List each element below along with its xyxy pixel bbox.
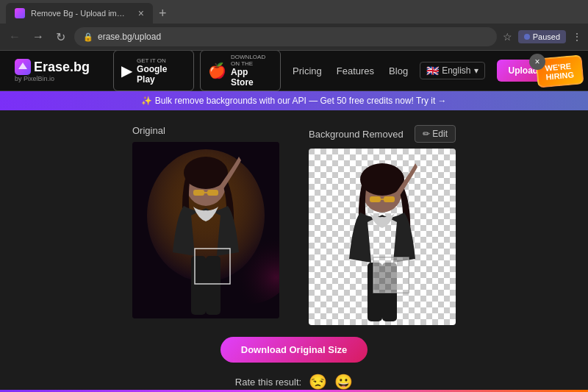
logo[interactable]: Erase.bg bbox=[15, 59, 90, 75]
original-image-box bbox=[132, 142, 279, 318]
original-panel: Original bbox=[132, 125, 279, 325]
svg-rect-5 bbox=[193, 190, 204, 196]
google-play-badge[interactable]: ▶ GET IT ON Google Play bbox=[113, 51, 194, 91]
hiring-text: WE'REHIRING bbox=[545, 62, 574, 82]
lock-icon: 🔒 bbox=[83, 32, 93, 42]
flag-icon: 🇬🇧 bbox=[426, 65, 439, 76]
browser-chrome: Remove Bg - Upload images to... × + ← → … bbox=[0, 0, 588, 51]
active-tab[interactable]: Remove Bg - Upload images to... × bbox=[6, 3, 153, 24]
nav-links: Pricing Features Blog bbox=[293, 65, 408, 76]
language-text: English bbox=[442, 65, 470, 76]
blog-link[interactable]: Blog bbox=[389, 65, 408, 76]
features-link[interactable]: Features bbox=[337, 65, 374, 76]
logo-svg bbox=[18, 62, 28, 72]
promo-banner[interactable]: ✨ Bulk remove backgrounds with our API —… bbox=[0, 91, 588, 110]
navbar: Erase.bg by PixelBin.io ▶ GET IT ON Goog… bbox=[0, 51, 588, 91]
removed-image-box bbox=[309, 149, 456, 325]
close-tab-button[interactable]: × bbox=[138, 7, 144, 19]
url-text: erase.bg/upload bbox=[98, 32, 161, 42]
rate-row: Rate this result: 😒 😀 bbox=[235, 373, 353, 391]
tab-bar: Remove Bg - Upload images to... × + bbox=[0, 0, 588, 24]
menu-icon[interactable]: ⋮ bbox=[572, 31, 582, 43]
logo-text: Erase.bg bbox=[34, 60, 90, 75]
site-content: Erase.bg by PixelBin.io ▶ GET IT ON Goog… bbox=[0, 51, 588, 392]
promo-text: ✨ Bulk remove backgrounds with our API —… bbox=[141, 96, 446, 106]
removed-label: Background Removed bbox=[309, 129, 404, 140]
svg-rect-6 bbox=[207, 190, 218, 196]
tab-favicon bbox=[15, 8, 25, 18]
logo-icon bbox=[15, 59, 31, 75]
tab-title: Remove Bg - Upload images to... bbox=[31, 9, 129, 18]
paused-indicator bbox=[524, 34, 530, 40]
hiring-close-button[interactable]: × bbox=[529, 54, 545, 70]
bookmark-icon[interactable]: ☆ bbox=[503, 31, 512, 43]
logo-subtext: by PixelBin.io bbox=[15, 75, 90, 82]
forward-button[interactable]: → bbox=[29, 29, 47, 45]
removed-panel: Background Removed ✏ Edit bbox=[309, 125, 456, 325]
pricing-link[interactable]: Pricing bbox=[293, 65, 322, 76]
main-area: Original bbox=[0, 110, 588, 392]
svg-rect-24 bbox=[373, 257, 409, 293]
reload-button[interactable]: ↻ bbox=[53, 29, 68, 46]
svg-rect-9 bbox=[206, 256, 220, 315]
chevron-down-icon: ▾ bbox=[474, 65, 478, 76]
original-photo-svg bbox=[132, 142, 279, 318]
logo-area: Erase.bg by PixelBin.io bbox=[15, 59, 90, 82]
rate-label: Rate this result: bbox=[235, 377, 301, 388]
back-button[interactable]: ← bbox=[6, 29, 24, 45]
google-play-text: GET IT ON Google Play bbox=[137, 57, 186, 85]
download-button[interactable]: Download Original Size bbox=[220, 337, 368, 363]
edit-button[interactable]: ✏ Edit bbox=[415, 125, 456, 143]
removed-photo-svg bbox=[309, 149, 456, 325]
images-container: Original bbox=[29, 125, 559, 325]
address-bar: ← → ↻ 🔒 erase.bg/upload ☆ Paused ⋮ bbox=[0, 24, 588, 50]
google-play-icon: ▶ bbox=[121, 62, 132, 79]
paused-label: Paused bbox=[533, 32, 560, 41]
app-store-badge[interactable]: 🍎 Download on the App Store bbox=[200, 51, 281, 91]
browser-actions: ☆ Paused ⋮ bbox=[503, 30, 582, 43]
paused-button[interactable]: Paused bbox=[518, 30, 566, 43]
store-badges: ▶ GET IT ON Google Play 🍎 Download on th… bbox=[113, 51, 281, 91]
original-photo bbox=[132, 142, 279, 318]
sad-emoji[interactable]: 😒 bbox=[309, 373, 327, 391]
happy-emoji[interactable]: 😀 bbox=[334, 373, 353, 391]
close-icon: × bbox=[534, 57, 539, 67]
language-selector[interactable]: 🇬🇧 English ▾ bbox=[420, 62, 484, 79]
svg-rect-8 bbox=[191, 256, 206, 315]
url-input[interactable]: 🔒 erase.bg/upload bbox=[74, 27, 497, 46]
google-play-name: Google Play bbox=[137, 64, 186, 85]
app-store-name: App Store bbox=[231, 67, 273, 88]
app-store-text: Download on the App Store bbox=[231, 54, 273, 88]
apple-icon: 🍎 bbox=[208, 62, 226, 79]
svg-rect-19 bbox=[384, 196, 395, 202]
google-play-sub: GET IT ON bbox=[137, 57, 186, 64]
new-tab-button[interactable]: + bbox=[156, 6, 170, 21]
app-store-sub: Download on the bbox=[231, 54, 273, 67]
svg-rect-18 bbox=[370, 196, 381, 202]
original-label: Original bbox=[132, 125, 279, 136]
